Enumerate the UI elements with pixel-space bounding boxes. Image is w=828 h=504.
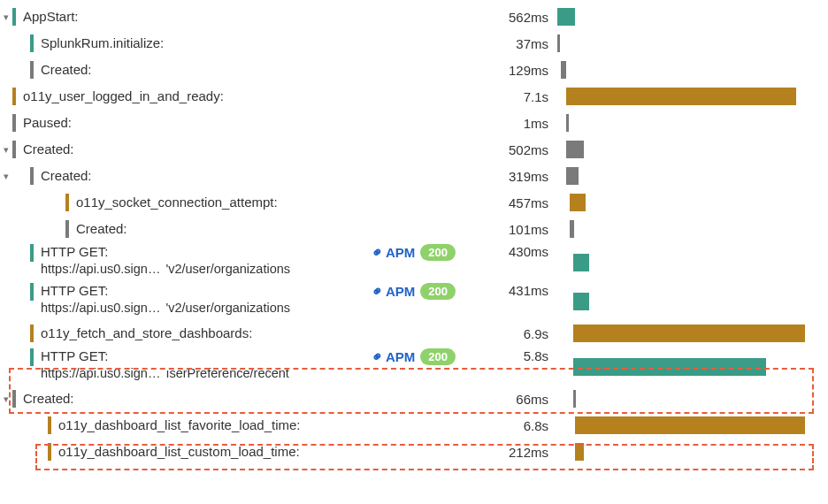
span-row[interactable]: Paused:1ms (0, 110, 828, 136)
span-duration: 6.8s (478, 418, 557, 433)
span-color-indicator (30, 283, 34, 301)
span-row[interactable]: o11y_fetch_and_store_dashboards:6.9s (0, 320, 828, 347)
span-duration: 66ms (478, 392, 557, 407)
span-name: o11y_user_logged_in_and_ready: (23, 88, 224, 105)
span-duration: 5.8s (478, 348, 557, 363)
span-color-indicator (30, 61, 34, 79)
span-name: HTTP GET: (41, 244, 290, 261)
duration-bar (573, 390, 576, 408)
span-row[interactable]: HTTP GET:https://api.us0.sign…'v2/user/o… (0, 281, 828, 320)
span-duration: 212ms (478, 445, 557, 460)
apm-link[interactable]: ⚭APM (372, 283, 415, 300)
duration-bar (573, 254, 589, 271)
duration-bar (566, 88, 796, 105)
span-color-indicator (30, 244, 34, 262)
span-duration: 457ms (478, 195, 557, 210)
span-duration: 431ms (478, 283, 557, 298)
chevron-down-icon[interactable]: ▾ (0, 171, 12, 182)
span-duration: 430ms (478, 244, 557, 259)
span-row[interactable]: o11y_dashboard_list_custom_load_time:212… (0, 439, 828, 465)
apm-link[interactable]: ⚭APM (372, 348, 415, 365)
span-name: AppStart: (23, 9, 79, 26)
span-color-indicator (30, 167, 34, 185)
span-url-path: 'v2/user/organizations (165, 300, 290, 316)
span-row[interactable]: ▾Created:66ms (0, 386, 828, 412)
span-color-indicator (30, 325, 34, 342)
span-name: o11y_dashboard_list_custom_load_time: (58, 444, 300, 461)
span-name: HTTP GET: (41, 348, 289, 365)
span-name: Created: (23, 141, 74, 158)
status-badge: 200 (420, 283, 456, 300)
span-name: SplunkRum.initialize: (41, 35, 164, 52)
duration-bar (570, 220, 574, 238)
chevron-down-icon[interactable]: ▾ (0, 393, 12, 405)
span-row[interactable]: o11y_socket_connection_attempt:457ms (0, 189, 828, 216)
chevron-down-icon[interactable]: ▾ (0, 144, 12, 156)
span-url-host: https://api.us0.sign… (41, 261, 160, 277)
span-duration: 502ms (478, 142, 557, 157)
span-duration: 129ms (478, 63, 557, 78)
span-url-host: https://api.us0.sign… (41, 300, 160, 316)
span-color-indicator (65, 194, 69, 211)
span-url-path: ıserPreference/recent (165, 365, 288, 381)
duration-bar (561, 61, 566, 79)
duration-bar (557, 34, 560, 52)
span-duration: 6.9s (478, 326, 557, 341)
span-color-indicator (12, 88, 16, 105)
span-name: o11y_fetch_and_store_dashboards: (41, 325, 252, 342)
span-row[interactable]: Created:101ms (0, 216, 828, 242)
span-url-path: 'v2/user/organizations (165, 261, 290, 277)
span-row[interactable]: o11y_user_logged_in_and_ready:7.1s (0, 83, 828, 110)
span-url-host: https://api.us0.sign… (41, 365, 160, 381)
span-color-indicator (12, 390, 16, 408)
span-color-indicator (48, 443, 51, 461)
span-duration: 562ms (478, 10, 557, 25)
span-row[interactable]: ▾Created:502ms (0, 136, 828, 163)
span-color-indicator (30, 348, 34, 366)
span-duration: 7.1s (478, 89, 557, 104)
span-row[interactable]: HTTP GET:https://api.us0.sign…ıserPrefer… (0, 347, 828, 386)
span-row[interactable]: HTTP GET:https://api.us0.sign…'v2/user/o… (0, 242, 828, 281)
span-row[interactable]: SplunkRum.initialize:37ms (0, 30, 828, 57)
span-color-indicator (12, 141, 16, 158)
span-name: Created: (76, 221, 127, 238)
span-color-indicator (12, 114, 16, 132)
span-name: Paused: (23, 115, 72, 132)
duration-bar (557, 8, 575, 26)
duration-bar (566, 114, 569, 132)
apm-link[interactable]: ⚭APM (372, 244, 415, 261)
span-name: o11y_socket_connection_attempt: (76, 195, 278, 211)
duration-bar (575, 416, 805, 434)
status-badge: 200 (420, 348, 456, 365)
duration-bar (570, 194, 586, 211)
span-row[interactable]: Created:129ms (0, 57, 828, 83)
duration-bar (566, 141, 584, 158)
span-duration: 37ms (478, 36, 557, 51)
duration-bar (573, 358, 766, 376)
span-color-indicator (65, 220, 69, 238)
span-name: Created: (41, 168, 92, 185)
duration-bar (573, 293, 589, 310)
span-name: HTTP GET: (41, 283, 290, 300)
span-duration: 319ms (478, 169, 557, 184)
span-duration: 101ms (478, 222, 557, 237)
duration-bar (575, 443, 584, 461)
trace-waterfall: ▾AppStart:562msSplunkRum.initialize:37ms… (0, 4, 828, 465)
chevron-down-icon[interactable]: ▾ (0, 11, 12, 23)
span-name: Created: (41, 62, 92, 79)
duration-bar (573, 325, 805, 342)
span-duration: 1ms (478, 116, 557, 131)
status-badge: 200 (420, 244, 456, 261)
span-name: o11y_dashboard_list_favorite_load_time: (58, 417, 301, 434)
span-color-indicator (30, 34, 34, 52)
span-row[interactable]: o11y_dashboard_list_favorite_load_time:6… (0, 412, 828, 439)
span-color-indicator (48, 416, 51, 434)
span-name: Created: (23, 391, 74, 408)
span-color-indicator (12, 8, 16, 26)
span-row[interactable]: ▾AppStart:562ms (0, 4, 828, 30)
span-row[interactable]: ▾Created:319ms (0, 163, 828, 189)
duration-bar (566, 167, 579, 185)
